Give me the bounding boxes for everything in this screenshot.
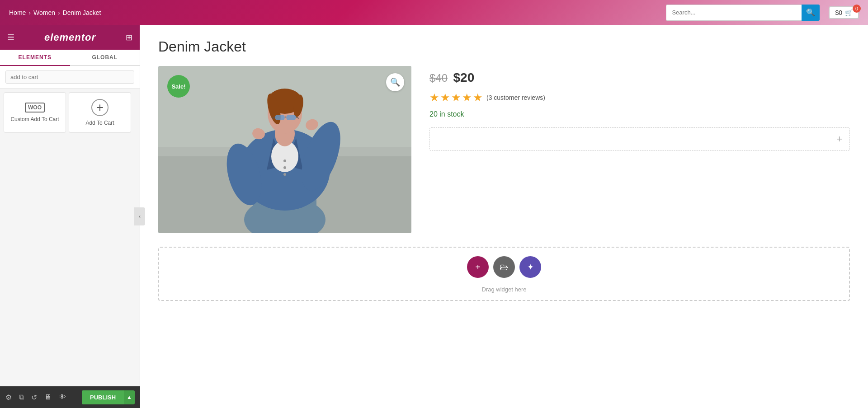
sidebar-search-wrapper xyxy=(0,66,140,89)
woo-icon: WOO xyxy=(25,103,45,113)
cart-button[interactable]: $0 🛒 0 xyxy=(829,6,859,19)
svg-rect-20 xyxy=(286,115,296,120)
breadcrumb-current: Denim Jacket xyxy=(63,9,101,16)
price-original: $40 xyxy=(429,72,448,84)
main-content: Denim Jacket Sale! 🔍 xyxy=(140,25,868,408)
sidebar-tabs: ELEMENTS GLOBAL xyxy=(0,50,140,66)
cart-icon: 🛒 xyxy=(845,9,853,16)
widget-custom-add-to-cart[interactable]: WOO Custom Add To Cart xyxy=(4,92,66,133)
drag-hint: Drag widget here xyxy=(482,286,527,293)
widget-custom-add-to-cart-label: Custom Add To Cart xyxy=(10,116,59,122)
tab-global[interactable]: GLOBAL xyxy=(70,50,140,65)
bottom-toolbar: ⚙ ⧉ ↺ 🖥 👁 PUBLISH ▲ xyxy=(0,386,140,408)
breadcrumb-women[interactable]: Women xyxy=(33,9,55,16)
history-icon[interactable]: ↺ xyxy=(31,393,37,402)
search-button[interactable]: 🔍 xyxy=(802,5,820,21)
layers-icon[interactable]: ⧉ xyxy=(19,393,24,401)
widget-add-to-cart-label: Add To Cart xyxy=(85,120,114,126)
template-folder-button[interactable]: 🗁 xyxy=(493,256,515,278)
search-input[interactable] xyxy=(666,5,802,21)
image-search-icon[interactable]: 🔍 xyxy=(386,73,404,91)
add-to-cart-section[interactable]: + xyxy=(429,127,850,151)
sidebar-search-input[interactable] xyxy=(5,70,134,84)
add-element-button[interactable]: + xyxy=(467,256,489,278)
tab-elements[interactable]: ELEMENTS xyxy=(0,50,70,66)
rating-row: ★★★★★ (3 customer reviews) xyxy=(429,91,850,104)
sale-badge: Sale! xyxy=(167,75,190,98)
publish-button[interactable]: PUBLISH xyxy=(82,390,124,404)
search-bar: 🔍 xyxy=(666,5,820,21)
breadcrumb-sep-2: › xyxy=(58,9,60,16)
publish-group: PUBLISH ▲ xyxy=(82,390,135,404)
sidebar: ☰ elementor ⊞ ELEMENTS GLOBAL WOO Custom… xyxy=(0,25,140,408)
price-current: $20 xyxy=(453,70,475,84)
desktop-icon[interactable]: 🖥 xyxy=(44,393,52,401)
sidebar-logo: elementor xyxy=(44,32,96,43)
settings-icon[interactable]: ⚙ xyxy=(5,393,12,402)
top-navigation: Home › Women › Denim Jacket 🔍 $0 🛒 0 xyxy=(0,0,868,25)
product-info: $40 $20 ★★★★★ (3 customer reviews) 20 in… xyxy=(429,66,850,151)
sidebar-header-icons: ⊞ xyxy=(126,33,132,42)
svg-point-9 xyxy=(283,159,286,162)
circle-plus-icon: + xyxy=(91,99,108,116)
stock-text: 20 in stock xyxy=(429,110,850,118)
product-image-wrap: Sale! 🔍 xyxy=(158,66,411,233)
breadcrumb-sep-1: › xyxy=(28,9,31,16)
widget-add-to-cart[interactable]: + Add To Cart xyxy=(69,92,131,133)
drop-zone: + 🗁 ✦ Drag widget here xyxy=(158,247,850,301)
svg-point-11 xyxy=(283,173,286,176)
product-main: Sale! 🔍 xyxy=(158,66,850,233)
main-layout: ☰ elementor ⊞ ELEMENTS GLOBAL WOO Custom… xyxy=(0,25,868,408)
product-page: Denim Jacket Sale! 🔍 xyxy=(140,25,868,247)
elementor-icon: ✦ xyxy=(527,262,534,272)
svg-point-10 xyxy=(283,166,286,169)
product-image xyxy=(158,66,411,233)
eye-icon[interactable]: 👁 xyxy=(59,393,66,401)
breadcrumb-home[interactable]: Home xyxy=(9,9,26,16)
add-section-plus-icon: + xyxy=(836,133,842,145)
folder-icon: 🗁 xyxy=(500,262,509,272)
cart-badge: 0 xyxy=(853,5,861,13)
product-image-svg xyxy=(158,66,411,233)
drop-zone-actions: + 🗁 ✦ xyxy=(467,256,541,278)
grid-icon[interactable]: ⊞ xyxy=(126,33,132,42)
elementor-ai-button[interactable]: ✦ xyxy=(519,256,541,278)
price-row: $40 $20 xyxy=(429,70,850,85)
hamburger-icon[interactable]: ☰ xyxy=(7,33,14,42)
publish-dropdown-button[interactable]: ▲ xyxy=(124,390,135,404)
svg-rect-19 xyxy=(275,115,285,120)
nav-breadcrumb: Home › Women › Denim Jacket xyxy=(9,9,657,16)
collapse-handle[interactable]: ‹ xyxy=(134,207,145,225)
rating-stars: ★★★★★ xyxy=(429,91,484,104)
product-title: Denim Jacket xyxy=(158,38,850,55)
plus-icon: + xyxy=(475,262,481,272)
rating-text: (3 customer reviews) xyxy=(486,94,545,101)
sidebar-header: ☰ elementor ⊞ xyxy=(0,25,140,50)
cart-amount: $0 xyxy=(835,9,842,16)
widget-grid: WOO Custom Add To Cart + Add To Cart xyxy=(0,89,140,136)
